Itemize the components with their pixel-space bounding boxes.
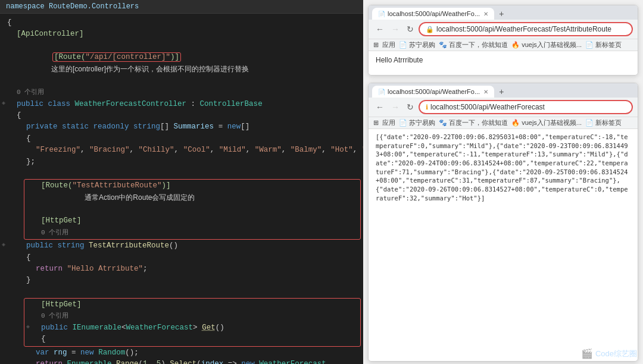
apps-icon-2: ⊞: [373, 119, 379, 127]
bookmark-apply-2[interactable]: 应用: [382, 118, 395, 127]
url-1: localhost:5000/api/WeatherForecast/TestA…: [436, 25, 611, 33]
bookmark-newtab[interactable]: 📄 新标签页: [585, 40, 622, 49]
refresh-button-1[interactable]: ↻: [404, 23, 416, 35]
code-content: { [ApiController] [Route("/api/[controll…: [0, 14, 363, 364]
tab-bar-1: 📄 localhost:5000/api/WeatherFo... ✕ +: [369, 5, 638, 20]
code-line: ◈ public string TestAtrributeRoute(): [0, 240, 363, 252]
code-line: [HttpGet]: [24, 299, 360, 310]
new-tab-button-2[interactable]: +: [495, 86, 507, 98]
browser-window-1: 📄 localhost:5000/api/WeatherFo... ✕ + ← …: [368, 5, 638, 76]
forward-button-1[interactable]: →: [389, 23, 402, 35]
bookmark-baidu-2[interactable]: 🐾 百度一下，你就知道: [439, 118, 508, 127]
bookmark-baidu[interactable]: 🐾 百度一下，你就知道: [439, 40, 508, 49]
code-line: var rng = new Random();: [0, 347, 363, 359]
code-line: }: [0, 275, 363, 286]
bookmark-suning-2[interactable]: 📄 苏宁易购: [399, 118, 435, 127]
address-bar-1[interactable]: 🔒 localhost:5000/api/WeatherForecast/Tes…: [419, 22, 633, 36]
page-icon-2: 📄: [378, 89, 385, 95]
browser-window-2: 📄 localhost:5000/api/WeatherFo... ✕ + ← …: [368, 83, 638, 362]
code-namespace: namespace RouteDemo.Controllers: [0, 0, 363, 14]
tab-label-2: localhost:5000/api/WeatherFo...: [388, 88, 480, 95]
lock-icon-1: 🔒: [426, 26, 434, 33]
browser-tab-2[interactable]: 📄 localhost:5000/api/WeatherFo... ✕: [372, 86, 494, 98]
refresh-button-2[interactable]: ↻: [404, 101, 416, 113]
route-attribute-section: [Route("TestAttributeRoute")] 通常Action中的…: [24, 179, 361, 240]
bookmark-vuejs-2[interactable]: 🔥 vuejs入门基础视频...: [511, 118, 582, 127]
tab-close-2[interactable]: ✕: [483, 89, 488, 95]
code-line: [ApiController]: [0, 29, 363, 40]
new-tab-button-1[interactable]: +: [495, 8, 507, 20]
code-line: ◈ public class WeatherForecastController…: [0, 99, 363, 110]
bookmark-vuejs[interactable]: 🔥 vuejs入门基础视频...: [511, 40, 582, 49]
forward-button-2[interactable]: →: [389, 101, 402, 113]
bookmark-suning[interactable]: 📄 苏宁易购: [399, 40, 435, 49]
code-line: 0 个引用: [0, 87, 363, 98]
url-2: localhost:5000/api/WeatherForecast: [430, 103, 545, 111]
bookmarks-bar-1: ⊞ 应用 📄 苏宁易购 🐾 百度一下，你就知道 🔥 vuejs入门基础视频...…: [369, 39, 638, 51]
code-line: {: [0, 252, 363, 263]
tab-label-1: localhost:5000/api/WeatherFo...: [388, 10, 480, 17]
code-line: [HttpGet]: [24, 215, 360, 227]
bookmark-apply-1[interactable]: 应用: [382, 40, 395, 49]
browser-toolbar-2: ← → ↻ ℹ localhost:5000/api/WeatherForeca…: [369, 98, 638, 117]
code-line: 0 个引用: [24, 227, 360, 239]
annotation2: 通常Action中的Route会写成固定的: [85, 193, 195, 202]
code-line: private static readonly string[] Summari…: [0, 121, 363, 133]
code-line: return Enumerable.Range(1, 5).Select(ind…: [0, 359, 363, 364]
annotation1: 这里的[controller]作为一个标识，会根据不同的控制器进行替换: [51, 65, 249, 73]
apps-icon-1: ⊞: [373, 41, 379, 49]
code-line: {: [0, 133, 363, 145]
code-line: {: [0, 17, 363, 29]
tab-close-1[interactable]: ✕: [483, 11, 488, 17]
httpget-section: [HttpGet] 0 个引用 ◈ public IEnumerable<Wea…: [24, 298, 361, 347]
code-line: [0, 168, 363, 179]
bookmark-newtab-2[interactable]: 📄 新标签页: [585, 118, 622, 127]
browser-tab-1[interactable]: 📄 localhost:5000/api/WeatherFo... ✕: [372, 8, 494, 20]
code-line: ◈ public IEnumerable<WeatherForecast> Ge…: [24, 322, 360, 334]
back-button-1[interactable]: ←: [373, 23, 386, 35]
json-content: [{"date":"2020-09-22T00:09:06.8295031+08…: [369, 129, 638, 361]
page-icon: 📄: [378, 11, 385, 17]
browser-panel: 📄 localhost:5000/api/WeatherFo... ✕ + ← …: [363, 0, 643, 364]
info-icon-2: ℹ: [426, 103, 428, 111]
code-line: {: [24, 334, 360, 345]
hello-atrrribute-text: Hello Atrrribute: [376, 56, 423, 64]
code-line: 0 个引用: [24, 310, 360, 322]
code-line: "Freezing", "Bracing", "Chilly", "Cool",…: [0, 145, 363, 156]
address-bar-2[interactable]: ℹ localhost:5000/api/WeatherForecast: [419, 100, 633, 114]
code-line: return "Hello Atrribute";: [0, 263, 363, 275]
browser-content-1: Hello Atrrribute: [369, 51, 638, 75]
code-line: };: [0, 156, 363, 168]
code-line: {: [0, 110, 363, 121]
code-line-route: [Route("/api/[controller]")] 这里的[control…: [0, 40, 363, 87]
browser-toolbar-1: ← → ↻ 🔒 localhost:5000/api/WeatherForeca…: [369, 20, 638, 39]
code-panel: namespace RouteDemo.Controllers { [ApiCo…: [0, 0, 363, 364]
code-line: [0, 287, 363, 298]
tab-bar-2: 📄 localhost:5000/api/WeatherFo... ✕ +: [369, 83, 638, 98]
back-button-2[interactable]: ←: [373, 101, 386, 113]
code-line: [Route("TestAttributeRoute")] 通常Action中的…: [24, 180, 360, 215]
bookmarks-bar-2: ⊞ 应用 📄 苏宁易购 🐾 百度一下，你就知道 🔥 vuejs入门基础视频...…: [369, 117, 638, 129]
